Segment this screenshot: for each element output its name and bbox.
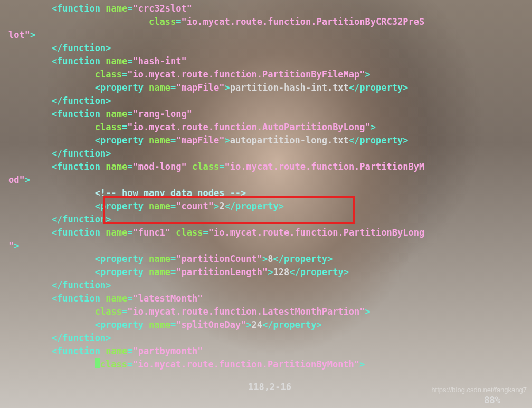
code-line: <property name="mapFile">autopartition-l… — [8, 134, 532, 147]
code-line: <property name="splitOneDay">24</propert… — [8, 318, 532, 332]
code-line: class="io.mycat.route.function.Partition… — [8, 15, 532, 28]
code-line: </function> — [8, 279, 532, 292]
code-area: <function name="crc32slot" class="io.myc… — [0, 2, 532, 371]
code-line: <property name="count">2</property> — [8, 200, 532, 213]
code-line: <property name="mapFile">partition-hash-… — [8, 81, 532, 94]
code-line: class="io.mycat.route.function.Partition… — [8, 68, 532, 81]
code-line: od"> — [8, 173, 532, 187]
code-line: <function name="latestMonth" — [8, 292, 532, 305]
code-line: lot"> — [8, 28, 532, 42]
code-line: </function> — [8, 42, 532, 55]
status-pct: 88% — [484, 394, 500, 407]
code-line: <function name="rang-long" — [8, 108, 532, 121]
code-line: <property name="partitionLength">128</pr… — [8, 266, 532, 279]
code-line: <property name="partitionCount">8</prope… — [8, 252, 532, 266]
code-line: </function> — [8, 213, 532, 226]
code-line: <function name="hash-int" — [8, 55, 532, 68]
code-line: <function name="mod-long" class="io.myca… — [8, 160, 532, 173]
code-line: </function> — [8, 332, 532, 345]
code-line: </function> — [8, 147, 532, 160]
code-line: <function name="func1" class="io.mycat.r… — [8, 226, 532, 239]
code-line: <function name="partbymonth" — [8, 345, 532, 358]
code-line: class="io.mycat.route.function.LatestMon… — [8, 305, 532, 318]
status-pos: 118,2-16 — [248, 381, 291, 394]
code-line: <!-- how many data nodes --> — [8, 187, 532, 200]
vim-statusbar: 118,2-16 88% — [0, 367, 532, 407]
code-line: <function name="crc32slot" — [8, 2, 532, 15]
code-line: </function> — [8, 94, 532, 108]
code-line: class="io.mycat.route.function.AutoParti… — [8, 121, 532, 134]
code-line: "> — [8, 239, 532, 252]
